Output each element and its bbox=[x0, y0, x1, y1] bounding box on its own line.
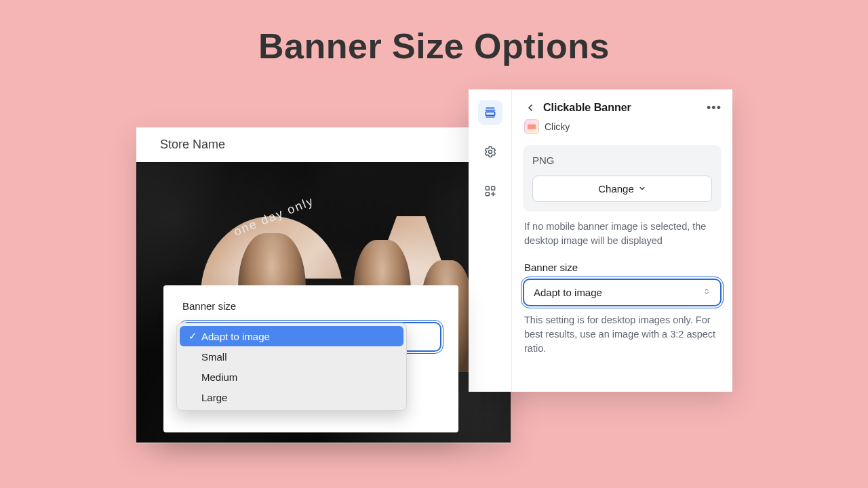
banner-size-value: Adapt to image bbox=[534, 287, 602, 298]
chevron-down-icon bbox=[638, 183, 646, 195]
panel-rail bbox=[469, 89, 512, 392]
option-label: Large bbox=[201, 392, 227, 403]
app-icon bbox=[524, 119, 539, 134]
store-name: Store Name bbox=[136, 127, 511, 162]
check-icon: ✓ bbox=[186, 350, 199, 363]
panel-title: Clickable Banner bbox=[543, 102, 701, 114]
select-caret-icon bbox=[703, 287, 711, 298]
banner-size-popover: Banner size ✓ Adapt to image ✓ Small ✓ M… bbox=[163, 285, 458, 432]
banner-size-option-adapt[interactable]: ✓ Adapt to image bbox=[180, 326, 403, 346]
banner-size-option-small[interactable]: ✓ Small bbox=[180, 346, 403, 367]
more-icon[interactable]: ••• bbox=[707, 104, 722, 111]
banner-size-option-large[interactable]: ✓ Large bbox=[180, 387, 403, 407]
svg-rect-2 bbox=[486, 186, 489, 190]
banner-size-option-medium[interactable]: ✓ Medium bbox=[180, 367, 403, 387]
sections-icon[interactable] bbox=[478, 100, 502, 125]
check-icon: ✓ bbox=[186, 371, 199, 383]
app-badge[interactable]: Clicky bbox=[524, 119, 722, 134]
banner-size-select[interactable]: Adapt to image bbox=[523, 279, 722, 306]
page-headline: Banner Size Options bbox=[0, 26, 868, 66]
back-icon[interactable] bbox=[523, 100, 538, 115]
svg-point-1 bbox=[488, 150, 492, 154]
editor-panel: Clickable Banner ••• Clicky PNG Change I… bbox=[469, 89, 732, 392]
option-label: Adapt to image bbox=[201, 331, 270, 342]
image-field: PNG Change bbox=[523, 145, 722, 211]
svg-rect-3 bbox=[491, 186, 494, 190]
option-label: Medium bbox=[201, 371, 237, 383]
banner-size-help: This setting is for desktop images only.… bbox=[524, 313, 720, 356]
mobile-help-text: If no mobile banner image is selected, t… bbox=[524, 220, 720, 248]
apps-icon[interactable] bbox=[478, 179, 502, 203]
option-label: Small bbox=[201, 351, 227, 363]
svg-rect-0 bbox=[486, 112, 494, 115]
svg-rect-4 bbox=[486, 192, 489, 196]
banner-size-menu: ✓ Adapt to image ✓ Small ✓ Medium ✓ Larg… bbox=[176, 323, 407, 411]
banner-size-label: Banner size bbox=[182, 300, 439, 312]
change-image-button[interactable]: Change bbox=[532, 176, 712, 202]
check-icon: ✓ bbox=[186, 391, 199, 403]
image-format: PNG bbox=[532, 155, 712, 166]
check-icon: ✓ bbox=[186, 330, 199, 342]
app-name: Clicky bbox=[545, 121, 570, 132]
banner-size-label: Banner size bbox=[524, 262, 720, 273]
gear-icon[interactable] bbox=[478, 140, 502, 164]
change-label: Change bbox=[598, 183, 634, 195]
